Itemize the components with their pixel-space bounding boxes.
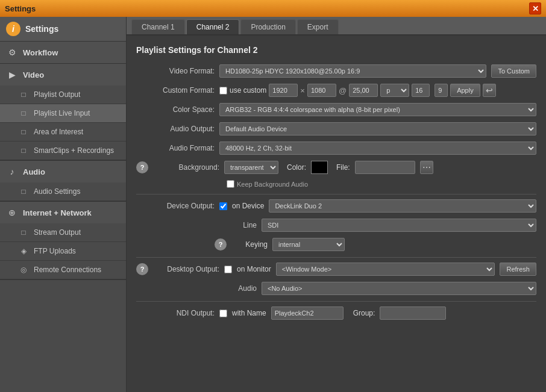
content-area: Channel 1 Channel 2 Production Export Pl… [127,17,546,392]
audio-icon: ♪ [6,166,18,178]
ndi-group-label: Group: [353,309,375,317]
keep-audio-checkbox[interactable] [227,180,234,188]
color-swatch[interactable] [311,161,328,174]
sidebar-section-internet: ⊕ Internet + Network □ Stream Output ◈ F… [0,202,126,280]
fps-input[interactable] [349,84,378,97]
keep-audio-row: Keep Background Audio [136,180,536,188]
height-input[interactable] [307,84,336,97]
p-select[interactable]: pi [380,84,409,97]
background-select[interactable]: transparent [224,161,278,174]
tab-bar: Channel 1 Channel 2 Production Export [127,17,546,36]
desktop-help-icon[interactable]: ? [136,263,148,275]
remote-label: Remote Connections [34,266,101,274]
file-label: File: [336,163,350,172]
ndi-output-row: NDI Output: with Name Group: [136,306,536,320]
audio-output-select[interactable]: Default Audio Device [219,122,536,135]
ndi-with-name-label: with Name [232,309,266,317]
sidebar-item-remote-connections[interactable]: ◎ Remote Connections [0,261,126,279]
audio-format-select[interactable]: 48000 Hz, 2 Ch, 32-bit [219,142,536,155]
remote-icon: ◎ [18,264,29,275]
tab-export[interactable]: Export [297,19,339,34]
desktop-audio-row: Audio <No Audio> [136,282,536,295]
browse-button[interactable]: ⋯ [420,161,433,174]
on-monitor-checkbox[interactable] [224,266,232,273]
sidebar-item-internet[interactable]: ⊕ Internet + Network [0,202,126,223]
sidebar-item-ftp-uploads[interactable]: ◈ FTP Uploads [0,242,126,261]
tab-channel2[interactable]: Channel 2 [186,19,240,34]
color-space-select[interactable]: ARGB32 - RGB 4:4:4 colorspace with alpha… [219,103,536,116]
desktop-output-label: Desktop Output: [153,265,219,273]
audio-settings-icon: □ [18,186,29,197]
title-bar: Settings ✕ [0,0,546,17]
audio-settings-label: Audio Settings [34,187,80,196]
sidebar-title: Settings [25,24,58,34]
audio-format-row: Audio Format: 48000 Hz, 2 Ch, 32-bit [136,142,536,155]
desktop-audio-label: Audio [227,284,257,293]
playlist-live-input-icon: □ [18,108,29,119]
monitor-mode-select[interactable]: <Window Mode> [276,263,495,276]
ndi-name-input[interactable] [271,306,344,320]
background-help-icon[interactable]: ? [136,161,148,173]
apply-button[interactable]: Apply [450,84,480,97]
keying-label: Keying [231,240,268,249]
keep-audio-label[interactable]: Keep Background Audio [227,180,308,188]
custom-format-label: Custom Format: [136,86,215,95]
tab-production[interactable]: Production [240,19,295,34]
sidebar-item-stream-output[interactable]: □ Stream Output [0,223,126,242]
video-format-select[interactable]: HD1080-25p HDYC 1920x1080@25.00p 16:9 [219,64,486,78]
desktop-output-row: ? Desktop Output: on Monitor <Window Mod… [136,263,536,276]
width-input[interactable] [269,84,298,97]
settings-panel: Playlist Settings for Channel 2 Video Fo… [127,36,546,392]
sidebar-item-audio[interactable]: ♪ Audio [0,161,126,182]
sidebar: i Settings ⚙ Workflow ▶ Video □ Playlist… [0,17,127,392]
sidebar-item-audio-settings[interactable]: □ Audio Settings [0,182,126,201]
video-label: Video [23,70,44,79]
reset-button[interactable]: ↩ [483,84,496,97]
desktop-audio-select[interactable]: <No Audio> [262,282,536,295]
file-input[interactable] [355,161,415,174]
title-bar-text: Settings [5,4,36,13]
refresh-button[interactable]: Refresh [500,263,536,276]
keying-select[interactable]: internal [272,238,345,251]
line-select[interactable]: SDI [262,219,536,232]
audio-label: Audio [23,167,45,176]
device-output-row: Device Output: on Device DeckLink Duo 2 [136,199,536,213]
sidebar-item-area-of-interest[interactable]: □ Area of Interest [0,123,126,142]
playlist-output-icon: □ [18,89,29,100]
video-icon: ▶ [6,69,18,81]
tab-channel1[interactable]: Channel 1 [131,19,185,34]
sidebar-item-playlist-live-input[interactable]: □ Playlist Live Input [0,104,126,123]
panel-title: Playlist Settings for Channel 2 [136,45,536,55]
sidebar-item-video[interactable]: ▶ Video [0,64,126,86]
to-custom-button[interactable]: To Custom [491,64,536,78]
on-monitor-label: on Monitor [237,265,271,273]
custom-format-row: Custom Format: use custom × @ pi Apply [136,84,536,97]
close-button[interactable]: ✕ [529,2,541,14]
background-row: ? Background: transparent Color: File: ⋯ [136,161,536,174]
keying-help-icon[interactable]: ? [215,238,227,250]
color-space-label: Color Space: [136,105,215,114]
sidebar-header: i Settings [0,17,126,42]
device-output-label: Device Output: [136,202,215,210]
background-label: Background: [153,163,219,172]
internet-label: Internet + Network [23,208,92,217]
ndi-group-input[interactable] [380,306,446,320]
use-custom-checkbox[interactable] [219,87,227,95]
bits1-input[interactable] [412,84,430,97]
sidebar-item-workflow[interactable]: ⚙ Workflow [0,42,126,63]
ndi-output-label: NDI Output: [136,309,215,317]
sidebar-item-smartclips[interactable]: □ SmartClips + Recordings [0,142,126,160]
sidebar-section-workflow: ⚙ Workflow [0,42,126,64]
on-device-checkbox[interactable] [219,202,227,210]
sidebar-item-playlist-output[interactable]: □ Playlist Output [0,86,126,104]
sidebar-section-audio: ♪ Audio □ Audio Settings [0,161,126,202]
use-custom-text: use custom [230,86,266,95]
ftp-label: FTP Uploads [34,247,76,255]
audio-format-label: Audio Format: [136,144,215,152]
stream-output-label: Stream Output [34,228,81,237]
device-select[interactable]: DeckLink Duo 2 [269,199,536,213]
ndi-checkbox[interactable] [219,310,227,317]
stream-output-icon: □ [18,227,29,238]
bits2-input[interactable] [435,84,448,97]
line-row: Line SDI [136,219,536,232]
